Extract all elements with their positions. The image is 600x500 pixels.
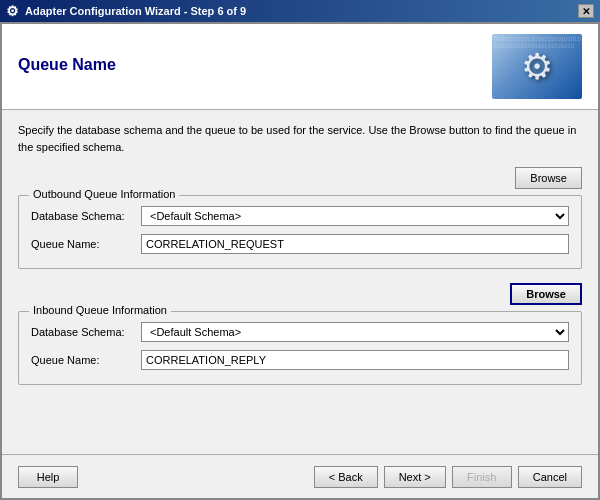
inbound-queue-name-input[interactable] xyxy=(141,350,569,370)
outbound-browse-button[interactable]: Browse xyxy=(515,167,582,189)
outbound-db-schema-control: <Default Schema> xyxy=(141,206,569,226)
outbound-group-box: Outbound Queue Information Database Sche… xyxy=(18,195,582,269)
wizard-title: Queue Name xyxy=(18,56,492,74)
inbound-browse-button[interactable]: Browse xyxy=(510,283,582,305)
inbound-queue-name-row: Queue Name: xyxy=(31,350,569,370)
outbound-legend: Outbound Queue Information xyxy=(29,188,179,200)
finish-button[interactable]: Finish xyxy=(452,466,512,488)
outbound-queue-name-control xyxy=(141,234,569,254)
help-button[interactable]: Help xyxy=(18,466,78,488)
title-bar-controls: ✕ xyxy=(578,4,594,18)
footer-right: < Back Next > Finish Cancel xyxy=(314,466,582,488)
inbound-db-schema-select[interactable]: <Default Schema> xyxy=(141,322,569,342)
wizard-header: Queue Name ⚙ xyxy=(2,24,598,110)
footer-left: Help xyxy=(18,466,78,488)
app-icon: ⚙ xyxy=(6,3,19,19)
outbound-queue-name-input[interactable] xyxy=(141,234,569,254)
inbound-queue-name-label: Queue Name: xyxy=(31,354,141,366)
wizard-header-image: ⚙ xyxy=(492,34,582,99)
back-button[interactable]: < Back xyxy=(314,466,378,488)
title-bar-text: ⚙ Adapter Configuration Wizard - Step 6 … xyxy=(6,3,246,19)
wizard-header-left: Queue Name xyxy=(18,56,492,78)
outbound-db-schema-select[interactable]: <Default Schema> xyxy=(141,206,569,226)
close-button[interactable]: ✕ xyxy=(578,4,594,18)
outbound-queue-name-row: Queue Name: xyxy=(31,234,569,254)
title-bar: ⚙ Adapter Configuration Wizard - Step 6 … xyxy=(0,0,600,22)
inbound-queue-name-control xyxy=(141,350,569,370)
next-button[interactable]: Next > xyxy=(384,466,446,488)
cancel-button[interactable]: Cancel xyxy=(518,466,582,488)
wizard-footer: Help < Back Next > Finish Cancel xyxy=(2,454,598,498)
inbound-db-schema-control: <Default Schema> xyxy=(141,322,569,342)
outbound-db-schema-row: Database Schema: <Default Schema> xyxy=(31,206,569,226)
wizard-window: Queue Name ⚙ Specify the database schema… xyxy=(0,22,600,500)
inbound-db-schema-label: Database Schema: xyxy=(31,326,141,338)
gear-icon: ⚙ xyxy=(521,46,553,88)
outbound-queue-name-label: Queue Name: xyxy=(31,238,141,250)
wizard-content: Specify the database schema and the queu… xyxy=(2,110,598,454)
inbound-group-box: Inbound Queue Information Database Schem… xyxy=(18,311,582,385)
inbound-db-schema-row: Database Schema: <Default Schema> xyxy=(31,322,569,342)
inbound-browse-row: Browse xyxy=(18,283,582,305)
inbound-legend: Inbound Queue Information xyxy=(29,304,171,316)
description-text: Specify the database schema and the queu… xyxy=(18,122,582,155)
outbound-db-schema-label: Database Schema: xyxy=(31,210,141,222)
outbound-browse-row: Browse xyxy=(18,167,582,189)
